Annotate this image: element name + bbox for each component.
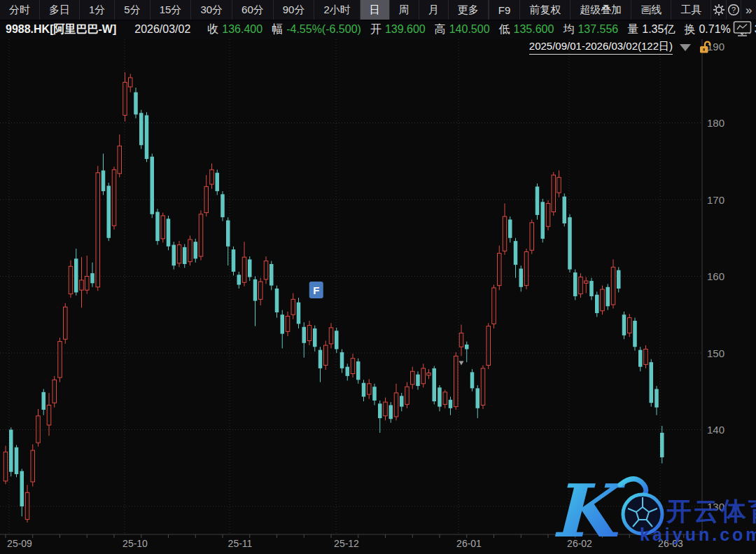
candle[interactable] [96,166,100,291]
candle[interactable] [335,328,339,353]
candle[interactable] [400,393,404,411]
candle[interactable] [155,209,160,244]
candle[interactable] [107,183,111,241]
candle[interactable] [443,390,447,408]
candle[interactable] [449,396,453,415]
candle[interactable] [194,239,198,263]
period-tab-更多[interactable]: 更多 [449,0,489,20]
candle[interactable] [476,385,480,418]
toolbar-button-工具[interactable]: 工具 [671,0,711,20]
candle[interactable] [220,191,225,221]
candle[interactable] [486,323,491,369]
candle[interactable] [4,445,8,484]
period-tab-日[interactable]: 日 [360,0,390,20]
candle[interactable] [589,278,594,300]
candle[interactable] [427,369,431,379]
candle[interactable] [459,324,463,356]
candle[interactable] [286,312,290,336]
candle[interactable] [15,445,19,477]
help-icon[interactable]: ? [727,0,742,20]
candle[interactable] [524,249,528,289]
candle[interactable] [573,270,578,300]
candle[interactable] [552,172,556,216]
candle[interactable] [188,235,192,265]
candle[interactable] [237,272,241,289]
candle[interactable] [52,376,57,408]
candle[interactable] [411,367,415,389]
candle[interactable] [242,242,246,286]
candle[interactable] [536,183,540,219]
candle[interactable] [579,273,583,298]
candle[interactable] [654,386,659,415]
candle[interactable] [139,110,144,149]
toolbar-button-超级叠加[interactable]: 超级叠加 [570,0,631,20]
candle[interactable] [498,246,502,291]
candle[interactable] [622,312,626,339]
candle[interactable] [514,238,518,278]
candle[interactable] [481,366,485,409]
candlestick-chart[interactable]: 19018017016015014013025-0925-1025-1125-1… [0,0,756,554]
candle[interactable] [167,216,171,250]
candle[interactable] [123,72,127,121]
candle[interactable] [291,293,295,319]
candle[interactable] [210,164,214,189]
candle[interactable] [248,256,252,281]
candle[interactable] [346,363,350,380]
candle[interactable] [145,112,149,162]
candle[interactable] [118,134,122,177]
candle[interactable] [183,244,187,268]
candle[interactable] [650,359,654,407]
candle[interactable] [112,167,116,230]
candle[interactable] [297,298,301,328]
candle[interactable] [9,427,13,476]
candle[interactable] [438,385,442,411]
candle[interactable] [628,314,632,337]
candle[interactable] [85,256,90,294]
candle[interactable] [259,278,263,305]
candle[interactable] [329,323,333,348]
candle[interactable] [31,444,35,486]
candle[interactable] [69,261,73,298]
candle[interactable] [25,485,29,522]
candle[interactable] [568,214,572,272]
candle[interactable] [433,366,437,405]
candle[interactable] [563,193,567,226]
candle[interactable] [519,265,524,291]
unlocked-padlock-icon[interactable] [699,41,711,54]
candle[interactable] [177,241,181,267]
candle[interactable] [216,169,220,195]
candle[interactable] [64,303,68,344]
candle[interactable] [74,249,78,296]
candle[interactable] [405,382,410,408]
period-tab-月[interactable]: 月 [419,0,449,20]
monitor-icon[interactable] [733,20,752,38]
candle[interactable] [368,379,372,399]
candle[interactable] [541,199,545,242]
candle[interactable] [372,384,377,406]
candle[interactable] [611,259,615,308]
candle[interactable] [134,88,138,118]
candle[interactable] [530,219,534,254]
candle[interactable] [161,213,165,243]
toolbar-button-F9[interactable]: F9 [489,0,521,20]
candle[interactable] [204,175,209,216]
candle[interactable] [660,426,664,464]
candle[interactable] [557,170,561,197]
candle[interactable] [307,321,312,345]
period-tab-15分[interactable]: 15分 [150,0,192,20]
date-range-label[interactable]: 2025/09/01-2026/03/02(122日) [529,40,673,55]
candle[interactable] [617,267,621,292]
candle[interactable] [378,401,382,433]
period-tab-5分[interactable]: 5分 [115,0,150,20]
candle[interactable] [595,291,599,317]
candle[interactable] [454,352,458,410]
candle[interactable] [606,284,610,310]
candle[interactable] [199,210,203,260]
candle[interactable] [20,469,24,516]
date-range-selector[interactable]: 2025/09/01-2026/03/02(122日) [529,40,711,55]
candle[interactable] [389,402,393,423]
candle[interactable] [129,74,133,92]
period-tab-分时[interactable]: 分时 [0,0,40,20]
candle[interactable] [356,359,360,384]
candle[interactable] [394,384,398,421]
